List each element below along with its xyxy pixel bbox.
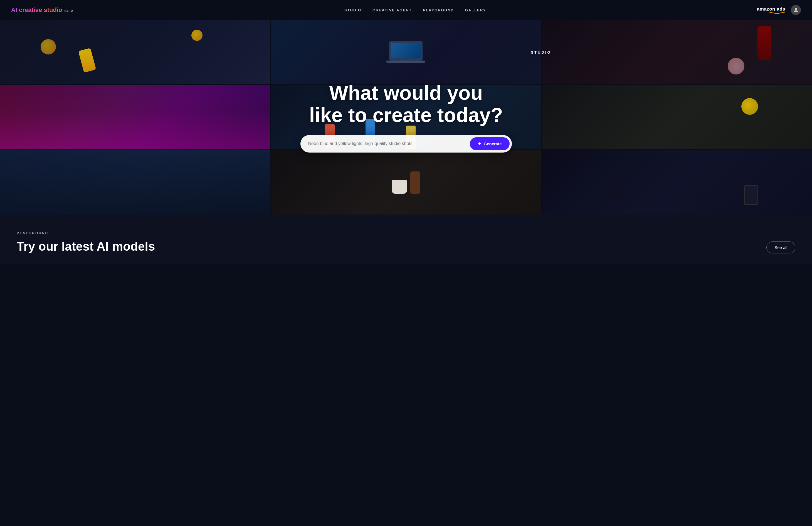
search-input[interactable] — [308, 141, 470, 146]
hero-title: What would you like to create today? — [309, 82, 503, 126]
generate-button[interactable]: ✦ Generate — [470, 137, 509, 150]
section-title: Try our latest AI models — [17, 240, 155, 253]
section-eyebrow: PLAYGROUND — [17, 231, 795, 235]
playground-section: PLAYGROUND Try our latest AI models See … — [0, 214, 812, 265]
see-all-button[interactable]: See all — [766, 241, 795, 253]
main-nav: AI creative studio BETA STUDIO CREATIVE … — [0, 0, 812, 20]
nav-item-gallery[interactable]: GALLERY — [465, 8, 486, 12]
user-avatar[interactable] — [791, 5, 801, 15]
amazon-ads-text: amazon ads — [757, 6, 785, 12]
amazon-smile-icon — [769, 11, 785, 14]
logo[interactable]: AI creative studio BETA — [11, 6, 74, 14]
generate-label: Generate — [483, 141, 502, 146]
nav-item-playground[interactable]: PLAYGROUND — [423, 8, 454, 12]
hero-section: STUDIO What would you like to create tod… — [0, 20, 812, 214]
amazon-ads-logo: amazon ads — [757, 6, 785, 14]
beta-badge: BETA — [64, 9, 73, 13]
nav-right: amazon ads — [757, 5, 801, 15]
nav-item-creative-agent[interactable]: CREATIVE AGENT — [373, 8, 412, 12]
section-header: Try our latest AI models See all — [17, 240, 795, 253]
svg-point-1 — [795, 8, 797, 10]
nav-item-studio[interactable]: STUDIO — [344, 8, 361, 12]
search-bar: ✦ Generate — [301, 135, 512, 152]
logo-text: AI creative studio — [11, 6, 62, 14]
nav-links: STUDIO CREATIVE AGENT PLAYGROUND GALLERY — [344, 7, 486, 13]
user-icon — [793, 7, 799, 13]
hero-overlay: What would you like to create today? ✦ G… — [0, 20, 812, 214]
sparkle-icon: ✦ — [478, 141, 481, 147]
